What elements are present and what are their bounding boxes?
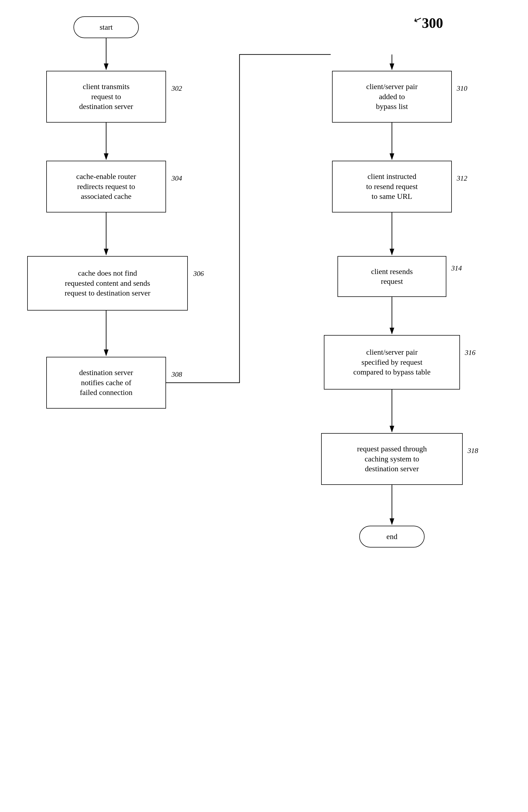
ref-306: 306: [193, 270, 204, 278]
node-308: destination server notifies cache of fai…: [46, 357, 166, 409]
node-318: request passed through caching system to…: [321, 433, 463, 485]
node-302: client transmits request to destination …: [46, 71, 166, 122]
node-306: cache does not find requested content an…: [27, 256, 188, 310]
node-314-label: client resends request: [371, 267, 412, 287]
ref-312: 312: [457, 174, 467, 183]
node-316: client/server pair specified by request …: [324, 335, 460, 390]
node-304: cache-enable router redirects request to…: [46, 161, 166, 213]
diagram-container: 300 ↙ start client transmits request to …: [0, 0, 528, 812]
node-316-label: client/server pair specified by request …: [353, 347, 431, 377]
node-306-label: cache does not find requested content an…: [65, 268, 151, 298]
node-312-label: client instructed to resend request to s…: [366, 172, 418, 201]
start-label: start: [100, 22, 113, 32]
node-308-label: destination server notifies cache of fai…: [79, 368, 133, 397]
node-310: client/server pair added to bypass list: [332, 71, 452, 122]
end-label: end: [387, 532, 397, 541]
ref-314: 314: [451, 264, 462, 272]
ref-310: 310: [457, 85, 467, 92]
node-318-label: request passed through caching system to…: [357, 444, 427, 474]
ref-302: 302: [171, 85, 182, 92]
diagram-title: 300: [422, 15, 443, 31]
node-310-label: client/server pair added to bypass list: [366, 82, 418, 112]
node-314: client resends request: [337, 256, 446, 297]
ref-308: 308: [171, 371, 182, 379]
node-312: client instructed to resend request to s…: [332, 161, 452, 213]
start-node: start: [74, 16, 139, 38]
ref-316: 316: [465, 349, 476, 357]
ref-304: 304: [171, 174, 182, 183]
ref-318: 318: [468, 447, 478, 455]
node-302-label: client transmits request to destination …: [79, 82, 133, 112]
end-node: end: [359, 526, 425, 548]
node-304-label: cache-enable router redirects request to…: [76, 172, 136, 201]
